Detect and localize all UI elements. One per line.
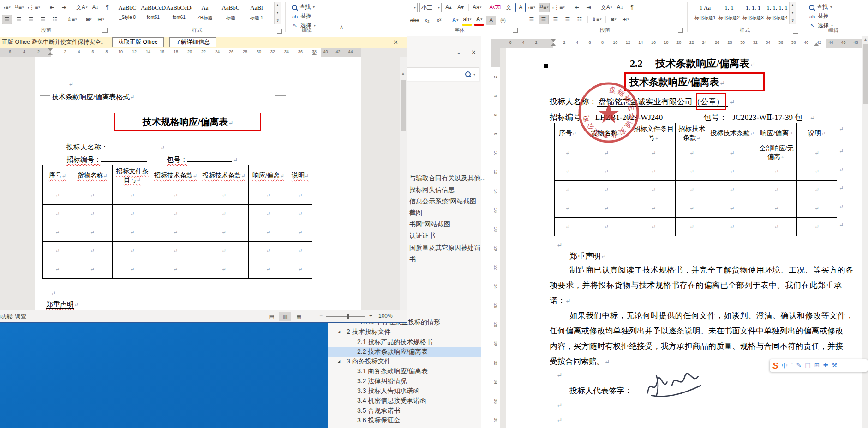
scroll-thumb[interactable] bbox=[401, 80, 406, 131]
search-dropdown-icon[interactable]: ▾ bbox=[473, 72, 475, 77]
style-item[interactable]: AaBbC 标题 bbox=[218, 2, 244, 24]
increase-indent-icon[interactable]: ⇥ bbox=[584, 3, 594, 12]
find-button[interactable]: 查找▾ bbox=[809, 3, 833, 11]
print-layout-icon[interactable]: ▥ bbox=[279, 312, 291, 321]
zoom-slider-thumb[interactable] bbox=[347, 314, 349, 319]
scrollbar-left-window[interactable]: ▲ bbox=[400, 57, 407, 311]
strikethrough-icon[interactable]: abc bbox=[409, 16, 420, 25]
hanging-indent-marker[interactable] bbox=[48, 52, 53, 55]
first-line-indent-marker[interactable] bbox=[551, 39, 556, 42]
sort-icon[interactable]: A↓ bbox=[615, 3, 625, 12]
document-page-left[interactable]: ↵ 技术条款响应/偏离表格式↵ 技术规格响应/偏离表↵ 投标人名称： ↵ 招标编… bbox=[35, 57, 361, 311]
distribute-icon[interactable]: ☷ bbox=[50, 15, 60, 24]
nav-item[interactable]: 3.4 机密信息接受承诺函 bbox=[328, 396, 481, 405]
decrease-indent-icon[interactable]: ⇤ bbox=[47, 3, 57, 12]
borders-icon[interactable]: ⊞ bbox=[96, 15, 106, 24]
horizontal-ruler-left[interactable]: 642 2468101214161820222426283032343638 4… bbox=[0, 48, 407, 57]
styles-dialog-launcher[interactable] bbox=[277, 29, 282, 34]
nav-item[interactable]: 3.6 投标保证金 bbox=[328, 416, 481, 425]
nav-item-fragment[interactable]: 国质量及其它原因被处罚 bbox=[409, 242, 486, 254]
scroll-up-arrow[interactable]: ▲ bbox=[400, 71, 407, 76]
styles-dialog-launcher[interactable] bbox=[793, 29, 798, 34]
justify-icon[interactable]: ☰ bbox=[38, 15, 48, 24]
multilevel-list-icon[interactable]: ⁝⋮≡ bbox=[551, 3, 566, 12]
nav-item[interactable]: 3 商务投标文件 bbox=[328, 357, 481, 366]
first-line-indent-marker[interactable] bbox=[48, 48, 53, 51]
hanging-indent-marker[interactable] bbox=[551, 43, 556, 46]
font-size-combo[interactable]: 小三 bbox=[419, 3, 442, 12]
grow-font-icon[interactable]: A▴ bbox=[443, 3, 454, 12]
vertical-ruler[interactable]: 2468101214161820222426283032343638 bbox=[491, 39, 500, 428]
asian-layout-icon[interactable]: 文A bbox=[75, 3, 89, 12]
multilevel-list-icon[interactable]: ⁝⋮≡ bbox=[27, 3, 41, 12]
enclose-character-icon[interactable]: ㊥ bbox=[498, 16, 508, 25]
line-spacing-icon[interactable]: ⇕≡ bbox=[66, 15, 78, 24]
nav-item[interactable]: 3.3 投标人告知承诺函 bbox=[328, 386, 481, 396]
shrink-font-icon[interactable]: A▾ bbox=[455, 3, 466, 12]
bullet-list-icon[interactable]: ⁝≡ bbox=[2, 3, 12, 12]
right-indent-marker[interactable] bbox=[814, 43, 819, 46]
show-marks-icon[interactable]: ¶ bbox=[627, 3, 637, 12]
input-toolbar-icon[interactable]: ’ bbox=[791, 362, 793, 370]
increase-indent-icon[interactable]: ⇥ bbox=[59, 3, 69, 12]
shading-icon[interactable]: ◙ bbox=[84, 15, 94, 24]
find-button[interactable]: 查找▾ bbox=[292, 3, 316, 11]
read-mode-icon[interactable]: ▤ bbox=[266, 312, 278, 321]
nav-item[interactable]: 2.1 投标产品的技术规格书 bbox=[328, 337, 481, 347]
align-center-icon[interactable]: ☰ bbox=[14, 15, 24, 24]
scroll-up-arrow[interactable]: ▲ bbox=[862, 37, 868, 42]
character-shading-icon[interactable]: A bbox=[486, 16, 496, 25]
show-marks-icon[interactable]: ¶ bbox=[102, 3, 112, 12]
paragraph-dialog-launcher[interactable] bbox=[678, 28, 683, 33]
styles-gallery-arrows[interactable]: ▲▼⊽ bbox=[790, 2, 796, 24]
align-left-icon[interactable]: ☰ bbox=[2, 15, 12, 24]
phonetic-guide-icon[interactable]: 文 bbox=[503, 3, 514, 12]
line-spacing-icon[interactable]: ⇕≡ bbox=[591, 15, 603, 24]
highlight-color-icon[interactable]: ab bbox=[462, 15, 472, 26]
get-office-button[interactable]: 获取正版 Office bbox=[112, 37, 164, 47]
text-effects-icon[interactable]: A bbox=[450, 16, 460, 25]
nav-item[interactable]: 3.5 合规承诺书 bbox=[328, 406, 481, 416]
align-right-icon[interactable]: ☰ bbox=[26, 15, 36, 24]
replace-button[interactable]: ab替换 bbox=[292, 12, 316, 20]
style-item[interactable]: AaBbCcD font51 bbox=[140, 2, 166, 24]
style-item[interactable]: AaBl 标题 1 bbox=[244, 2, 269, 24]
input-toolbar-icon[interactable]: ✚ bbox=[823, 362, 828, 370]
zoom-level[interactable]: 100% bbox=[378, 313, 393, 319]
nav-item-fragment[interactable]: 书 bbox=[409, 254, 486, 265]
justify-icon[interactable]: ☰ bbox=[563, 15, 573, 24]
navpane-close-icon[interactable]: ✕ bbox=[471, 49, 476, 56]
borders-icon[interactable]: ⊞ bbox=[621, 15, 631, 24]
numbered-list-icon[interactable]: ¹²≡ bbox=[539, 3, 550, 12]
subscript-icon[interactable]: x₂ bbox=[422, 16, 432, 25]
bullet-list-icon[interactable]: ⁝≡ bbox=[527, 3, 537, 12]
nav-item[interactable]: 3.1 商务条款响应/偏离表 bbox=[328, 366, 481, 376]
shading-icon[interactable]: ◙ bbox=[609, 15, 619, 24]
nav-item[interactable]: 2.2 技术条款响应/偏离表 bbox=[328, 347, 481, 357]
nav-item[interactable]: 2 技术投标文件 bbox=[328, 327, 481, 337]
scroll-thumb[interactable] bbox=[863, 44, 868, 104]
align-center-icon[interactable]: ☰ bbox=[539, 15, 549, 24]
nav-item-fragment[interactable]: 截图 bbox=[409, 207, 486, 219]
align-left-icon[interactable]: ☰ bbox=[527, 15, 537, 24]
nav-item-fragment[interactable]: 认证证书 bbox=[409, 230, 486, 242]
styles-gallery-arrows[interactable]: ▲▼⊽ bbox=[275, 2, 281, 24]
style-item[interactable]: 1 Aa 标书标题1 bbox=[693, 2, 717, 24]
zoom-slider[interactable] bbox=[326, 316, 365, 317]
zoom-in-icon[interactable]: + bbox=[369, 313, 372, 319]
style-item[interactable]: 1. 1. 1 标书标题3 bbox=[741, 2, 765, 24]
input-toolbar-icon[interactable]: ✎ bbox=[796, 362, 802, 370]
asian-layout-icon[interactable]: 文A bbox=[600, 3, 613, 12]
input-toolbar-icon[interactable]: ⚒ bbox=[832, 362, 838, 370]
superscript-icon[interactable]: x² bbox=[434, 16, 444, 25]
input-toolbar-icon[interactable]: ▤ bbox=[805, 362, 810, 370]
horizontal-ruler-right[interactable]: 642 246810121416182022242628303234363840… bbox=[500, 39, 868, 48]
change-case-icon[interactable]: Aa bbox=[472, 3, 482, 12]
style-item[interactable]: Aa ZB标题 bbox=[192, 2, 218, 24]
decrease-indent-icon[interactable]: ⇤ bbox=[572, 3, 582, 12]
font-dialog-launcher[interactable] bbox=[513, 28, 518, 33]
style-item[interactable]: 1. 1 标书标题2 bbox=[717, 2, 741, 24]
sort-icon[interactable]: A↓ bbox=[90, 3, 100, 12]
learn-more-button[interactable]: 了解详细信息 bbox=[169, 37, 216, 47]
accessibility-status[interactable]: 辅助功能: 调查 bbox=[0, 313, 26, 321]
